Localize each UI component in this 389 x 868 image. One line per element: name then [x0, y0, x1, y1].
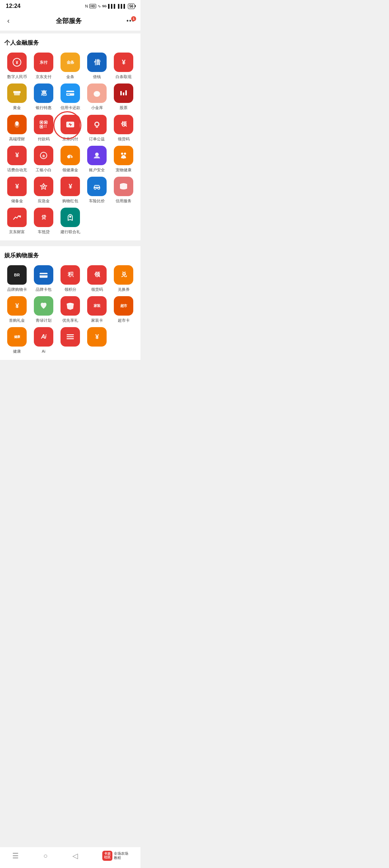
- svg-rect-17: [41, 122, 42, 123]
- svg-point-40: [69, 216, 71, 218]
- bank-hui-label: 银行特惠: [36, 105, 52, 110]
- exchange-coupon-label: 兑换券: [118, 287, 130, 292]
- car-insurance-label: 车险比价: [89, 198, 105, 203]
- svg-rect-45: [67, 338, 74, 339]
- item-bank-hui[interactable]: 惠 银行特惠: [31, 83, 56, 110]
- item-health2[interactable]: 健康 健康: [4, 327, 30, 354]
- item-jd-wealth[interactable]: 京东财富: [4, 208, 30, 234]
- item-market-card[interactable]: 超市 超市卡: [111, 296, 136, 323]
- back-button[interactable]: ‹: [6, 15, 11, 26]
- item-pickup-code2[interactable]: 领 领货码: [84, 265, 109, 292]
- svg-point-35: [121, 157, 122, 158]
- market-card-label: 超市卡: [118, 318, 130, 323]
- item-pet-health[interactable]: 宠物健康: [111, 146, 136, 172]
- signal-bars-icon: ▌▌▌: [108, 4, 116, 8]
- item-auto-topup[interactable]: ¥ 话费自动充: [4, 146, 30, 172]
- notification-badge: 1: [131, 16, 136, 21]
- home-card-label: 家装卡: [91, 318, 103, 323]
- finance-section-title: 个人金融服务: [4, 39, 136, 47]
- item-reserve-fund[interactable]: ¥ 储备金: [4, 177, 30, 203]
- svg-rect-43: [67, 334, 74, 335]
- item-wealth-mgmt[interactable]: 高端理财: [4, 115, 30, 141]
- health-gold-label: 领健康金: [62, 167, 78, 172]
- pet-health-label: 宠物健康: [116, 167, 131, 172]
- item-jintiao[interactable]: 金条 金条: [58, 53, 83, 79]
- item-baitiao[interactable]: ¥ 白条取现: [111, 53, 136, 79]
- item-digital-rmb[interactable]: ¥ 数字人民币: [4, 53, 30, 79]
- points-icon: 积: [61, 265, 80, 285]
- svg-rect-21: [46, 125, 46, 126]
- auto-topup-label: 话费自动充: [7, 167, 27, 172]
- item-menu[interactable]: [58, 327, 83, 354]
- item-emergency[interactable]: 应急金: [31, 177, 56, 203]
- item-priority-gift[interactable]: 优先享礼: [58, 296, 83, 323]
- jd-pay-icon: 东付: [34, 53, 53, 72]
- account-sec-icon: [87, 146, 107, 165]
- pet-health-icon: [114, 146, 133, 165]
- item-brand-card[interactable]: BR 品牌购物卡: [4, 265, 30, 292]
- first-gift-icon: ¥: [7, 296, 27, 316]
- credit-service-label: 信用服务: [116, 198, 131, 203]
- item-pickup-code[interactable]: 领 领货码: [111, 115, 136, 141]
- item-small-treasury[interactable]: 小金库: [84, 83, 109, 110]
- item-jieqian[interactable]: 借 借钱: [84, 53, 109, 79]
- home-card-icon: 家装: [87, 296, 107, 316]
- icbc-white-label: 工银小白: [36, 167, 52, 172]
- item-shopping-red[interactable]: ¥ 购物红包: [58, 177, 83, 203]
- svg-rect-44: [67, 336, 74, 338]
- green-plan-label: 青绿计划: [36, 318, 52, 323]
- health-gold-icon: [61, 146, 80, 165]
- item-exchange-coupon[interactable]: 兑 兑换券: [111, 265, 136, 292]
- item-credit-service[interactable]: 信用服务: [111, 177, 136, 203]
- item-first-gift[interactable]: ¥ 首购礼金: [4, 296, 30, 323]
- brand-card-bag-label: 品牌卡包: [36, 287, 52, 292]
- ai-icon: Ai: [34, 327, 53, 347]
- svg-point-36: [125, 157, 126, 158]
- item-icbc-white[interactable]: 金 工银小白: [31, 146, 56, 172]
- car-insurance-icon: [87, 177, 107, 196]
- car-loan-label: 车抵贷: [38, 229, 50, 234]
- order-charity-label: 订单公益: [89, 136, 105, 141]
- item-home-card[interactable]: 家装 家装卡: [84, 296, 109, 323]
- battery-indicator: 56: [128, 4, 135, 9]
- item-car-insurance[interactable]: 车险比价: [84, 177, 109, 203]
- item-car-loan[interactable]: 贷 车抵贷: [31, 208, 56, 234]
- svg-point-33: [124, 153, 126, 155]
- green-plan-icon: [34, 296, 53, 316]
- svg-rect-22: [44, 127, 45, 127]
- market-card-icon: 超市: [114, 296, 133, 316]
- jd-flash-pay-label: 京东闪付: [62, 136, 78, 141]
- item-points[interactable]: 积 领积分: [58, 265, 83, 292]
- item-account-sec[interactable]: 账户安全: [84, 146, 109, 172]
- item-jd-pay[interactable]: 东付 京东支付: [31, 53, 56, 79]
- pickup-code-icon: 领: [114, 115, 133, 134]
- item-yuanbao[interactable]: ¥: [84, 327, 109, 354]
- item-credit-repay[interactable]: 信用卡还款: [58, 83, 83, 110]
- svg-rect-3: [14, 93, 20, 95]
- item-pay-code[interactable]: 付款码: [31, 115, 56, 141]
- small-treasury-icon: [87, 83, 107, 103]
- item-jd-flash-pay[interactable]: 京东闪付: [58, 115, 83, 141]
- section-divider-2: [0, 243, 140, 246]
- svg-point-32: [121, 153, 123, 155]
- yuanbao-icon: ¥: [87, 327, 107, 347]
- svg-point-26: [95, 123, 98, 126]
- auto-topup-icon: ¥: [7, 146, 27, 165]
- item-green-plan[interactable]: 青绿计划: [31, 296, 56, 323]
- item-gold[interactable]: 黄金: [4, 83, 30, 110]
- account-sec-label: 账户安全: [89, 167, 105, 172]
- nfc-icon: N: [85, 4, 88, 8]
- item-ccb-gift[interactable]: 建行联合礼: [58, 208, 83, 234]
- item-stocks[interactable]: 股票: [111, 83, 136, 110]
- brand-card-bag-icon: [34, 265, 53, 285]
- item-order-charity[interactable]: 订单公益: [84, 115, 109, 141]
- emergency-icon: [34, 177, 53, 196]
- item-brand-card-bag[interactable]: 品牌卡包: [31, 265, 56, 292]
- finance-section: 个人金融服务 ¥ 数字人民币 东付 京东支付 金条 金条: [0, 33, 140, 240]
- item-ai[interactable]: Ai Ai: [31, 327, 56, 354]
- exchange-coupon-icon: 兑: [114, 265, 133, 285]
- item-health-gold[interactable]: 领健康金: [58, 146, 83, 172]
- ai-label: Ai: [42, 349, 45, 354]
- credit-service-icon: [114, 177, 133, 196]
- more-menu-button[interactable]: ••• 1: [126, 18, 135, 24]
